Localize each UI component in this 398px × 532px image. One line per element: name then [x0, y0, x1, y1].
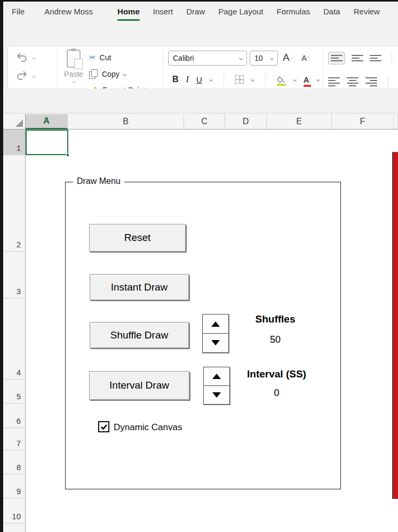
font-name-combobox[interactable]: Calibri	[168, 51, 247, 66]
checkmark-icon	[100, 423, 108, 431]
triangle-down-icon	[211, 340, 220, 345]
row-header-6[interactable]: 6	[3, 404, 25, 428]
fill-color-swatch	[277, 84, 286, 86]
align-right-icon[interactable]	[365, 77, 377, 86]
row-number: 1	[17, 143, 21, 152]
cut-icon: ✂	[89, 53, 96, 62]
shuffles-label: Shuffles	[243, 313, 307, 325]
column-letter: F	[360, 117, 365, 126]
tab-data[interactable]: Data	[323, 2, 340, 21]
shuffles-spin-up-button[interactable]	[202, 314, 229, 334]
caret-up-icon: ˆ	[290, 58, 292, 63]
font-size-value: 10	[254, 54, 263, 62]
row-number: 7	[17, 439, 21, 448]
tab-review[interactable]: Review	[354, 2, 380, 21]
font-color-button[interactable]: A	[304, 75, 309, 84]
row-header-2[interactable]: 2	[3, 155, 25, 252]
tab-account-label: Andrew Moss	[44, 7, 93, 16]
borders-dropdown-icon[interactable]	[251, 77, 254, 81]
active-tab-indicator	[117, 19, 140, 21]
redo-dropdown-icon[interactable]	[32, 74, 36, 77]
increase-font-size-button[interactable]: Aˆ	[283, 52, 292, 63]
shuffle-draw-button[interactable]: Shuffle Draw	[90, 322, 189, 348]
column-header-B[interactable]: B	[68, 114, 184, 129]
column-letter: E	[296, 117, 302, 126]
column-letter: A	[43, 116, 50, 126]
align-left-icon[interactable]	[328, 77, 340, 86]
excel-window: File Andrew Moss Home Insert Draw Page L…	[0, 0, 398, 532]
redo-button[interactable]	[15, 70, 35, 82]
tab-draw-label: Draw	[186, 7, 205, 16]
tab-draw[interactable]: Draw	[186, 2, 205, 21]
tab-account-name[interactable]: Andrew Moss	[44, 2, 93, 21]
column-header-row: A B C D E F	[3, 114, 398, 130]
tab-insert[interactable]: Insert	[153, 2, 173, 21]
copy-label: Copy	[102, 70, 120, 78]
copy-dropdown-icon[interactable]	[123, 72, 126, 76]
ribbon-tab-bar: File Andrew Moss Home Insert Draw Page L…	[3, 2, 398, 21]
reset-button[interactable]: Reset	[89, 224, 186, 252]
window-left-edge	[0, 0, 3, 532]
underline-dropdown-icon[interactable]	[209, 77, 213, 81]
decrease-font-size-button[interactable]: Aˇ	[301, 53, 309, 62]
align-center-icon[interactable]	[347, 77, 359, 86]
tab-file[interactable]: File	[12, 2, 25, 21]
row-header-4[interactable]: 4	[3, 299, 25, 380]
shuffles-spin-down-button[interactable]	[202, 333, 229, 353]
tab-home-label: Home	[117, 7, 140, 16]
row-header-7[interactable]: 7	[3, 428, 25, 450]
fill-color-dropdown-icon[interactable]	[293, 77, 297, 81]
row-header-partial[interactable]	[3, 523, 25, 532]
instant-draw-button[interactable]: Instant Draw	[90, 274, 189, 300]
interval-draw-button[interactable]: Interval Draw	[89, 371, 189, 400]
column-header-A[interactable]: A	[26, 114, 68, 129]
paste-label: Paste	[64, 70, 83, 78]
row-header-3[interactable]: 3	[3, 252, 25, 299]
row-header-5[interactable]: 5	[3, 380, 25, 404]
select-all-corner[interactable]	[3, 114, 26, 129]
borders-button[interactable]	[235, 75, 244, 84]
shuffles-spinner	[202, 314, 229, 353]
row-header-8[interactable]: 8	[3, 450, 25, 474]
column-header-E[interactable]: E	[267, 114, 332, 129]
tab-home[interactable]: Home	[117, 2, 140, 21]
fill-color-button[interactable]	[277, 76, 286, 83]
row-number: 9	[17, 487, 21, 496]
tab-formulas-label: Formulas	[277, 7, 311, 16]
column-header-D[interactable]: D	[225, 114, 267, 129]
dynamic-canvas-checkbox[interactable]	[98, 421, 109, 432]
bottom-align-icon[interactable]	[370, 55, 381, 61]
column-header-C[interactable]: C	[184, 114, 225, 129]
window-top-edge	[0, 0, 398, 2]
row-number: 5	[17, 392, 21, 401]
cut-button[interactable]: ✂ Cut	[89, 53, 111, 62]
selected-cell-A1[interactable]	[26, 130, 68, 155]
font-color-dropdown-icon[interactable]	[316, 77, 320, 81]
row-header-10[interactable]: 10	[3, 498, 25, 523]
draw-menu-frame: Draw Menu Reset Instant Draw Shuffle Dra…	[65, 182, 341, 489]
tab-page-layout[interactable]: Page Layout	[218, 2, 263, 21]
row-header-9[interactable]: 9	[3, 474, 25, 498]
row-header-1[interactable]: 1	[3, 130, 25, 155]
undo-button[interactable]	[15, 52, 35, 63]
underline-button[interactable]: U	[196, 75, 202, 84]
top-align-icon[interactable]	[352, 55, 363, 61]
interval-spin-down-button[interactable]	[203, 385, 230, 405]
interval-spin-up-button[interactable]	[203, 367, 230, 386]
interval-value: 0	[235, 388, 318, 399]
tab-formulas[interactable]: Formulas	[277, 2, 311, 21]
cut-label: Cut	[100, 53, 112, 62]
copy-button[interactable]: Copy	[89, 69, 126, 79]
fill-handle[interactable]	[66, 154, 69, 157]
middle-align-button-selected[interactable]	[328, 52, 345, 65]
font-size-combobox[interactable]: 10	[250, 51, 278, 66]
undo-dropdown-icon[interactable]	[32, 55, 36, 59]
interval-draw-button-label: Interval Draw	[109, 380, 169, 391]
undo-icon	[15, 52, 28, 63]
column-header-F[interactable]: F	[332, 114, 394, 129]
paste-dropdown-icon[interactable]	[71, 79, 75, 83]
divider	[224, 73, 224, 86]
column-header-partial[interactable]	[394, 114, 398, 129]
italic-button[interactable]: I	[186, 75, 189, 84]
bold-button[interactable]: B	[172, 75, 179, 84]
